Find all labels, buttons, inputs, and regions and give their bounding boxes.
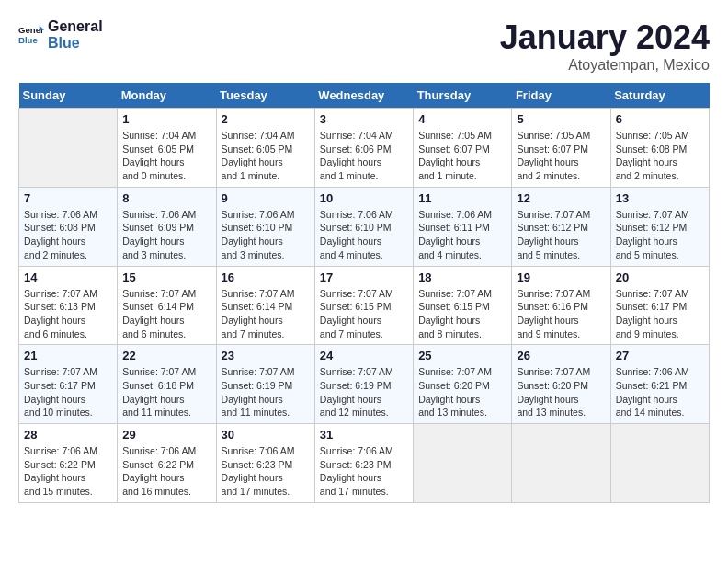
calendar-cell: 14Sunrise: 7:07 AMSunset: 6:13 PMDayligh… — [19, 266, 118, 345]
calendar-cell — [610, 424, 709, 503]
day-info: Sunrise: 7:06 AMSunset: 6:11 PMDaylight … — [418, 208, 506, 262]
day-number: 19 — [517, 270, 605, 284]
day-number: 27 — [616, 349, 704, 362]
calendar-table: SundayMondayTuesdayWednesdayThursdayFrid… — [18, 83, 710, 503]
day-info: Sunrise: 7:05 AMSunset: 6:07 PMDaylight … — [517, 129, 605, 183]
day-number: 28 — [24, 428, 112, 442]
day-number: 8 — [122, 191, 210, 205]
day-number: 7 — [24, 191, 112, 205]
calendar-cell: 17Sunrise: 7:07 AMSunset: 6:15 PMDayligh… — [314, 266, 413, 345]
day-info: Sunrise: 7:04 AMSunset: 6:06 PMDaylight … — [320, 129, 408, 183]
day-info: Sunrise: 7:06 AMSunset: 6:23 PMDaylight … — [222, 444, 310, 499]
day-number: 26 — [517, 349, 605, 362]
day-number: 9 — [222, 191, 310, 205]
day-info: Sunrise: 7:06 AMSunset: 6:10 PMDaylight … — [222, 208, 310, 262]
day-number: 15 — [122, 270, 210, 284]
day-info: Sunrise: 7:07 AMSunset: 6:20 PMDaylight … — [517, 365, 605, 419]
calendar-cell: 19Sunrise: 7:07 AMSunset: 6:16 PMDayligh… — [512, 266, 610, 345]
calendar-cell: 15Sunrise: 7:07 AMSunset: 6:14 PMDayligh… — [118, 266, 216, 345]
weekday-header-thursday: Thursday — [414, 83, 512, 109]
day-info: Sunrise: 7:05 AMSunset: 6:07 PMDaylight … — [418, 129, 506, 183]
day-info: Sunrise: 7:06 AMSunset: 6:22 PMDaylight … — [24, 444, 112, 499]
calendar-week-row: 14Sunrise: 7:07 AMSunset: 6:13 PMDayligh… — [19, 266, 710, 345]
calendar-cell — [512, 424, 610, 503]
day-info: Sunrise: 7:07 AMSunset: 6:15 PMDaylight … — [320, 287, 408, 341]
calendar-cell: 13Sunrise: 7:07 AMSunset: 6:12 PMDayligh… — [610, 187, 709, 266]
calendar-cell: 2Sunrise: 7:04 AMSunset: 6:05 PMDaylight… — [216, 109, 314, 188]
day-info: Sunrise: 7:07 AMSunset: 6:19 PMDaylight … — [320, 365, 408, 419]
day-info: Sunrise: 7:07 AMSunset: 6:19 PMDaylight … — [222, 365, 310, 419]
weekday-header-wednesday: Wednesday — [314, 83, 413, 109]
day-number: 31 — [320, 428, 408, 442]
calendar-cell — [414, 424, 512, 503]
day-number: 25 — [418, 349, 506, 362]
logo: General Blue General Blue — [18, 18, 103, 51]
calendar-cell: 30Sunrise: 7:06 AMSunset: 6:23 PMDayligh… — [216, 424, 314, 503]
calendar-cell: 23Sunrise: 7:07 AMSunset: 6:19 PMDayligh… — [216, 345, 314, 424]
calendar-cell: 26Sunrise: 7:07 AMSunset: 6:20 PMDayligh… — [512, 345, 610, 424]
page-header: General Blue General Blue January 2024 A… — [18, 18, 710, 74]
svg-text:Blue: Blue — [18, 34, 38, 44]
day-number: 4 — [418, 112, 506, 126]
day-number: 2 — [222, 112, 310, 126]
calendar-cell: 25Sunrise: 7:07 AMSunset: 6:20 PMDayligh… — [414, 345, 512, 424]
weekday-header-tuesday: Tuesday — [216, 83, 314, 109]
day-number: 29 — [122, 428, 210, 442]
calendar-cell: 29Sunrise: 7:06 AMSunset: 6:22 PMDayligh… — [118, 424, 216, 503]
calendar-cell: 16Sunrise: 7:07 AMSunset: 6:14 PMDayligh… — [216, 266, 314, 345]
calendar-cell: 11Sunrise: 7:06 AMSunset: 6:11 PMDayligh… — [414, 187, 512, 266]
logo-blue: Blue — [48, 35, 103, 52]
calendar-cell: 24Sunrise: 7:07 AMSunset: 6:19 PMDayligh… — [314, 345, 413, 424]
calendar-week-row: 1Sunrise: 7:04 AMSunset: 6:05 PMDaylight… — [19, 109, 710, 188]
day-number: 10 — [320, 191, 408, 205]
day-info: Sunrise: 7:07 AMSunset: 6:14 PMDaylight … — [122, 287, 210, 341]
calendar-cell: 31Sunrise: 7:06 AMSunset: 6:23 PMDayligh… — [314, 424, 413, 503]
logo-general: General — [48, 18, 103, 35]
calendar-cell — [19, 109, 118, 188]
weekday-header-saturday: Saturday — [610, 83, 709, 109]
weekday-header-monday: Monday — [118, 83, 216, 109]
calendar-cell: 12Sunrise: 7:07 AMSunset: 6:12 PMDayligh… — [512, 187, 610, 266]
calendar-cell: 9Sunrise: 7:06 AMSunset: 6:10 PMDaylight… — [216, 187, 314, 266]
day-number: 18 — [418, 270, 506, 284]
day-info: Sunrise: 7:07 AMSunset: 6:18 PMDaylight … — [122, 365, 210, 419]
day-number: 24 — [320, 349, 408, 362]
day-number: 11 — [418, 191, 506, 205]
title-block: January 2024 Atoyatempan, Mexico — [500, 18, 710, 74]
calendar-cell: 5Sunrise: 7:05 AMSunset: 6:07 PMDaylight… — [512, 109, 610, 188]
calendar-cell: 10Sunrise: 7:06 AMSunset: 6:10 PMDayligh… — [314, 187, 413, 266]
day-info: Sunrise: 7:06 AMSunset: 6:23 PMDaylight … — [320, 444, 408, 499]
day-info: Sunrise: 7:04 AMSunset: 6:05 PMDaylight … — [122, 129, 210, 183]
day-number: 13 — [616, 191, 704, 205]
day-number: 3 — [320, 112, 408, 126]
calendar-week-row: 21Sunrise: 7:07 AMSunset: 6:17 PMDayligh… — [19, 345, 710, 424]
day-number: 12 — [517, 191, 605, 205]
calendar-cell: 1Sunrise: 7:04 AMSunset: 6:05 PMDaylight… — [118, 109, 216, 188]
day-number: 1 — [122, 112, 210, 126]
day-info: Sunrise: 7:06 AMSunset: 6:22 PMDaylight … — [122, 444, 210, 499]
day-info: Sunrise: 7:06 AMSunset: 6:08 PMDaylight … — [24, 208, 112, 262]
day-number: 16 — [222, 270, 310, 284]
day-number: 30 — [222, 428, 310, 442]
day-number: 17 — [320, 270, 408, 284]
logo-icon: General Blue — [18, 22, 44, 48]
calendar-cell: 18Sunrise: 7:07 AMSunset: 6:15 PMDayligh… — [414, 266, 512, 345]
day-number: 20 — [616, 270, 704, 284]
day-info: Sunrise: 7:07 AMSunset: 6:15 PMDaylight … — [418, 287, 506, 341]
location-subtitle: Atoyatempan, Mexico — [500, 57, 710, 74]
day-info: Sunrise: 7:07 AMSunset: 6:12 PMDaylight … — [616, 208, 704, 262]
day-info: Sunrise: 7:07 AMSunset: 6:13 PMDaylight … — [24, 287, 112, 341]
day-number: 14 — [24, 270, 112, 284]
calendar-week-row: 28Sunrise: 7:06 AMSunset: 6:22 PMDayligh… — [19, 424, 710, 503]
calendar-cell: 3Sunrise: 7:04 AMSunset: 6:06 PMDaylight… — [314, 109, 413, 188]
calendar-cell: 4Sunrise: 7:05 AMSunset: 6:07 PMDaylight… — [414, 109, 512, 188]
day-number: 23 — [222, 349, 310, 362]
day-info: Sunrise: 7:05 AMSunset: 6:08 PMDaylight … — [616, 129, 704, 183]
calendar-cell: 28Sunrise: 7:06 AMSunset: 6:22 PMDayligh… — [19, 424, 118, 503]
weekday-header-sunday: Sunday — [19, 83, 118, 109]
day-info: Sunrise: 7:07 AMSunset: 6:17 PMDaylight … — [616, 287, 704, 341]
day-info: Sunrise: 7:07 AMSunset: 6:17 PMDaylight … — [24, 365, 112, 419]
day-number: 6 — [616, 112, 704, 126]
day-number: 21 — [24, 349, 112, 362]
day-info: Sunrise: 7:07 AMSunset: 6:20 PMDaylight … — [418, 365, 506, 419]
